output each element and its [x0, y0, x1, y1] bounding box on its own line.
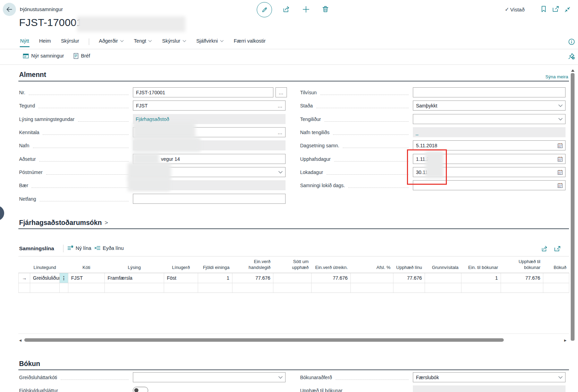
hscroll-right-arrow[interactable]: ▶	[564, 339, 567, 342]
cell-linutegund[interactable]: Greiðsluliður	[30, 273, 60, 283]
menu-adgerdir[interactable]: Aðgerðir	[99, 37, 124, 47]
cell-upphaed-linu[interactable]: 77.676	[393, 273, 425, 283]
breadcrumb[interactable]: Þjónustusamningur	[20, 7, 63, 12]
info-button[interactable]	[568, 38, 575, 45]
horizontal-scrollbar-thumb[interactable]	[24, 338, 504, 342]
share-button[interactable]	[283, 6, 290, 13]
dagsetning-samn-input[interactable]: 5.11.2018	[413, 140, 566, 150]
cell-ein-til-bokunar[interactable]: 1	[461, 273, 501, 283]
cell-sott-um[interactable]	[273, 273, 312, 283]
cell-linugerd[interactable]: Föst	[164, 273, 198, 283]
vscroll-up-arrow[interactable]	[571, 69, 575, 72]
col-einverd-utreikn[interactable]: Ein.verð útreikn.	[312, 258, 351, 273]
row-select-arrow-icon[interactable]: →	[19, 273, 30, 283]
col-upphaed-til-bokunar[interactable]: Upphæð til bókunar	[501, 258, 543, 273]
menu-tengt[interactable]: Tengt	[134, 37, 152, 47]
nr-assist-button[interactable]: …	[275, 87, 287, 97]
edit-button[interactable]	[257, 2, 272, 17]
pencil-icon	[261, 7, 268, 13]
col-upphaed-linu[interactable]: Upphæð línu	[393, 258, 425, 273]
show-more-link[interactable]: Sýna meira	[545, 74, 568, 79]
nr-input[interactable]: FJST-170001	[133, 87, 273, 97]
open-in-window-button[interactable]	[552, 6, 559, 12]
col-einverd-handslegid[interactable]: Ein.verð handslegið	[232, 258, 273, 273]
calendar-icon[interactable]	[558, 183, 563, 188]
col-bokud[interactable]: Bókuð	[543, 258, 569, 273]
tegund-input[interactable]: FJST …	[133, 101, 286, 111]
tengilidur-select[interactable]	[413, 114, 566, 124]
calendar-icon[interactable]	[558, 156, 563, 162]
menu-faerri-valkostir[interactable]: Færri valkostir	[233, 37, 266, 47]
contract-type-link[interactable]: Fjárhagsaðstoð	[136, 116, 169, 122]
row-menu-icon[interactable]: ⋮	[60, 273, 68, 283]
delete-button[interactable]	[322, 6, 329, 12]
tab-skyrslur[interactable]: Skýrslur	[61, 37, 79, 47]
plus-icon	[303, 6, 309, 13]
share-icon	[541, 245, 548, 252]
chevron-down-icon[interactable]	[558, 118, 563, 121]
cell-upphaed-til-bokunar[interactable]: 77.676	[501, 273, 543, 283]
new-line-button[interactable]: Ný lína	[67, 245, 91, 251]
cell-koti[interactable]: FJST	[68, 273, 105, 283]
vertical-scrollbar-thumb[interactable]	[571, 73, 575, 341]
chevron-down-icon[interactable]	[558, 376, 563, 379]
ellipsis-icon[interactable]: …	[278, 131, 283, 134]
field-stada: Staða Samþykkt	[300, 101, 566, 111]
cell-lysing[interactable]: Framfærsla	[105, 273, 164, 283]
cell-afsl[interactable]	[351, 273, 393, 283]
stada-select[interactable]: Samþykkt	[413, 101, 566, 111]
tab-nytt[interactable]: Nýtt	[20, 37, 29, 47]
hscroll-left-arrow[interactable]: ◀	[19, 339, 22, 342]
share-lines-button[interactable]	[541, 245, 548, 252]
netfang-input[interactable]	[133, 194, 286, 204]
col-ein-til-bokunar[interactable]: Ein. til bókunar	[461, 258, 501, 273]
col-grunnvisitala[interactable]: Grunnvísitala	[425, 258, 461, 273]
letter-button[interactable]: Bréf	[74, 53, 90, 59]
tilvisun-input[interactable]	[413, 87, 566, 97]
calendar-icon[interactable]	[558, 169, 563, 175]
chevron-down-icon[interactable]	[278, 171, 283, 174]
section-title-general[interactable]: Almennt	[19, 71, 46, 79]
add-button[interactable]	[303, 6, 309, 13]
table-row: → Greiðsluliður ⋮ FJST Framfærsla Föst 1…	[19, 273, 569, 283]
tab-heim[interactable]: Heim	[39, 37, 51, 47]
col-fjoldi-eininga[interactable]: Fjöldi eininga	[198, 258, 232, 273]
fjolskylduafslattur-toggle[interactable]	[133, 387, 148, 392]
delete-line-button[interactable]: Eyða línu	[94, 245, 124, 251]
col-linugerd[interactable]: Línugerð	[164, 258, 198, 273]
col-afsl[interactable]: Afsl. %	[351, 258, 393, 273]
ellipsis-icon[interactable]: …	[278, 104, 283, 107]
bokunaradferd-select[interactable]: Færslubók	[413, 372, 566, 382]
section-title-application[interactable]: Fjárhagsaðstoðarumsókn >	[19, 219, 108, 227]
new-contract-button[interactable]: Nýr samningur	[23, 53, 64, 59]
col-koti[interactable]: Kóti	[68, 258, 105, 273]
collapse-button[interactable]	[564, 6, 571, 13]
calendar-icon[interactable]	[558, 143, 563, 148]
cell-bokud[interactable]	[543, 273, 569, 283]
bookmark-button[interactable]	[541, 6, 546, 12]
cell-einverd-utreikn[interactable]: 77.676	[312, 273, 351, 283]
promoted-actions: Nýr samningur Bréf	[23, 51, 90, 61]
greidsluhattarkoti-select[interactable]	[133, 372, 286, 382]
side-handle[interactable]	[0, 206, 4, 221]
section-title-booking[interactable]: Bókun	[19, 360, 40, 368]
info-icon	[568, 38, 575, 45]
cell-einverd-handslegid[interactable]: 77.676	[232, 273, 273, 283]
cell-fjoldi[interactable]: 1	[198, 273, 232, 283]
unpin-button[interactable]	[568, 53, 575, 60]
cell-grunnvisitala[interactable]	[425, 273, 461, 283]
col-sott-um-upphaed[interactable]: Sótt um upphæð	[273, 258, 312, 273]
col-lysing[interactable]: Lýsing	[105, 258, 164, 273]
menu-skyrslur[interactable]: Skýrslur	[162, 37, 186, 47]
back-button[interactable]	[3, 3, 16, 16]
field-tengilidur: Tengiliður	[300, 114, 566, 124]
field-nr: Nr. FJST-170001 …	[19, 87, 286, 97]
menu-sjalfvirkni[interactable]: Sjálfvirkni	[196, 37, 224, 47]
table-empty-row[interactable]	[19, 283, 569, 293]
expand-lines-button[interactable]	[554, 246, 561, 252]
trash-icon	[322, 6, 329, 12]
chevron-down-icon[interactable]	[558, 104, 563, 107]
chevron-down-icon[interactable]	[278, 376, 283, 379]
col-linutegund[interactable]: Línutegund	[30, 258, 60, 273]
new-line-icon	[67, 245, 74, 251]
